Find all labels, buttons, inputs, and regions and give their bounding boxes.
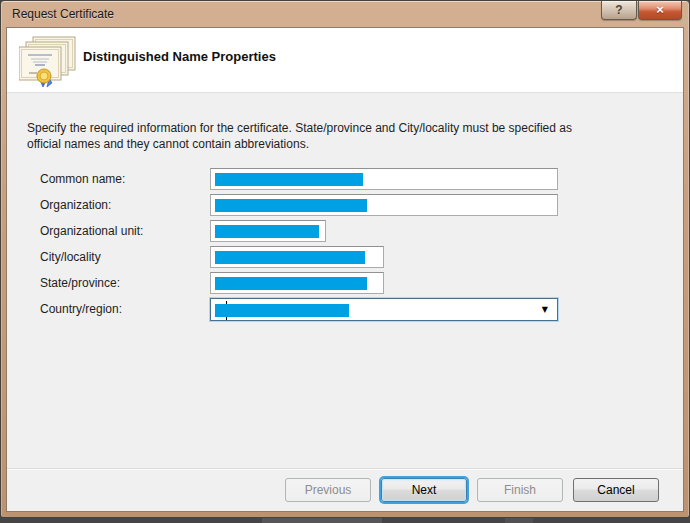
help-icon: ? — [615, 3, 622, 17]
close-button[interactable]: × — [638, 1, 682, 20]
organization-input[interactable] — [210, 194, 558, 216]
chevron-down-icon[interactable]: ▼ — [542, 306, 548, 314]
field-label-city-locality: City/locality — [40, 250, 210, 264]
redacted-value — [215, 251, 365, 264]
instructions-text: Specify the required information for the… — [27, 120, 663, 152]
field-label-state-province: State/province: — [40, 276, 210, 290]
form-row-organization: Organization: — [40, 192, 683, 218]
redacted-value — [215, 199, 367, 212]
organizational-unit-input[interactable] — [210, 220, 326, 242]
certificates-icon — [19, 36, 79, 92]
field-label-organization: Organization: — [40, 198, 210, 212]
form-row-state-province: State/province: — [40, 270, 683, 296]
instructions-line-2: official names and they cannot contain a… — [27, 136, 663, 152]
redacted-value — [215, 173, 363, 186]
redacted-value — [215, 304, 349, 317]
redacted-value — [215, 225, 319, 238]
close-icon: × — [656, 2, 664, 17]
form-row-country-region: Country/region: ▼ — [40, 296, 683, 322]
state-province-input[interactable] — [210, 272, 384, 294]
form-row-common-name: Common name: — [40, 166, 683, 192]
country-region-combobox[interactable]: ▼ — [210, 298, 558, 321]
background-taskbar-fragment — [262, 518, 382, 523]
window-title: Request Certificate — [12, 7, 114, 21]
field-label-organizational-unit: Organizational unit: — [40, 224, 210, 238]
next-button[interactable]: Next — [381, 478, 467, 502]
finish-button[interactable]: Finish — [477, 478, 563, 502]
wizard-header: Distinguished Name Properties — [7, 28, 683, 93]
titlebar[interactable]: Request Certificate ? × — [1, 1, 689, 27]
desktop-background: Request Certificate ? × — [0, 0, 690, 523]
city-locality-input[interactable] — [210, 246, 384, 268]
wizard-button-bar: Previous Next Finish Cancel — [7, 468, 683, 511]
form-row-city-locality: City/locality — [40, 244, 683, 270]
wizard-content: Specify the required information for the… — [7, 120, 683, 499]
cancel-button[interactable]: Cancel — [573, 478, 659, 502]
dialog-client-area: Distinguished Name Properties Specify th… — [6, 27, 684, 512]
dialog-window: Request Certificate ? × — [0, 0, 690, 518]
background-taskbar-fragment — [505, 518, 533, 523]
common-name-input[interactable] — [210, 168, 558, 190]
form-row-organizational-unit: Organizational unit: — [40, 218, 683, 244]
previous-button[interactable]: Previous — [285, 478, 371, 502]
caption-buttons: ? × — [601, 1, 682, 20]
help-button[interactable]: ? — [601, 1, 637, 20]
page-title: Distinguished Name Properties — [83, 49, 276, 64]
redacted-value — [215, 277, 367, 290]
instructions-line-1: Specify the required information for the… — [27, 120, 663, 136]
field-label-country-region: Country/region: — [40, 302, 210, 316]
field-label-common-name: Common name: — [40, 172, 210, 186]
distinguished-name-form: Common name: Organization: Organizationa… — [40, 166, 683, 322]
